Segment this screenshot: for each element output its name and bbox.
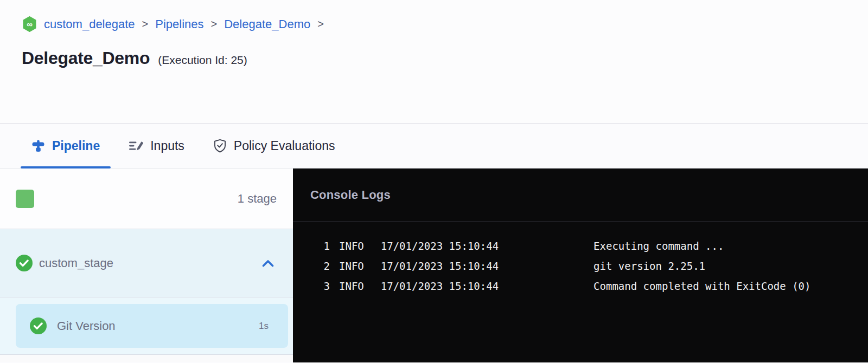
tab-pipeline[interactable]: Pipeline (21, 124, 111, 168)
tab-policy-evaluations-label: Policy Evaluations (234, 139, 335, 153)
project-infinity-hexagon-icon: ∞ (23, 16, 36, 32)
breadcrumb-separator: > (316, 18, 326, 30)
console-logs-header: Console Logs (293, 168, 868, 222)
stage-row-custom-stage[interactable]: custom_stage (0, 229, 293, 297)
log-line-number: 2 (314, 260, 330, 272)
pipeline-icon (31, 139, 45, 153)
breadcrumb-pipelines-link[interactable]: Pipelines (155, 17, 203, 31)
log-timestamp: 17/01/2023 15:10:44 (381, 240, 499, 252)
log-line: 1 INFO 17/01/2023 15:10:44 Executing com… (293, 236, 868, 256)
breadcrumb-pipeline-name-link[interactable]: Delegate_Demo (224, 17, 310, 31)
tab-pipeline-label: Pipeline (52, 139, 100, 153)
console-log-body[interactable]: 1 INFO 17/01/2023 15:10:44 Executing com… (293, 222, 868, 296)
stages-header: 1 stage (0, 168, 293, 229)
log-line-number: 1 (314, 240, 330, 252)
tab-policy-evaluations[interactable]: Policy Evaluations (202, 124, 346, 168)
console-logs-title: Console Logs (310, 188, 391, 202)
log-message: Executing command ... (593, 240, 724, 252)
breadcrumb: ∞ custom_delegate > Pipelines > Delegate… (0, 0, 868, 32)
log-timestamp: 17/01/2023 15:10:44 (381, 260, 499, 272)
success-check-icon (16, 255, 33, 271)
step-name-label: Git Version (57, 319, 259, 333)
execution-main: 1 stage custom_stage (0, 168, 868, 362)
stage-status-square-icon (16, 190, 34, 208)
tab-inputs[interactable]: Inputs (118, 124, 195, 168)
success-check-icon (30, 317, 47, 334)
execution-tab-bar: Pipeline Inputs Policy Evaluations (0, 124, 868, 168)
step-duration-label: 1s (259, 321, 269, 332)
execution-id-label: (Execution Id: 25) (158, 54, 247, 67)
log-line: 3 INFO 17/01/2023 15:10:44 Command compl… (293, 276, 868, 296)
stage-count-label: 1 stage (238, 192, 277, 206)
log-line: 2 INFO 17/01/2023 15:10:44 git version 2… (293, 256, 868, 276)
breadcrumb-separator: > (141, 18, 150, 30)
log-level: INFO (339, 240, 364, 252)
log-timestamp: 17/01/2023 15:10:44 (381, 280, 499, 292)
log-message: Command completed with ExitCode (0) (593, 280, 810, 292)
breadcrumb-project-link[interactable]: custom_delegate (44, 17, 135, 31)
log-line-number: 3 (314, 280, 330, 292)
page-header: ∞ custom_delegate > Pipelines > Delegate… (0, 0, 868, 124)
breadcrumb-separator: > (209, 18, 219, 30)
stage-name-label: custom_stage (39, 256, 262, 270)
page-title: Delegate_Demo (22, 48, 150, 68)
step-row-git-version[interactable]: Git Version 1s (16, 304, 288, 348)
shield-check-icon (213, 139, 227, 153)
stage-panel: 1 stage custom_stage (0, 168, 293, 362)
log-level: INFO (339, 280, 364, 292)
log-level: INFO (339, 260, 364, 272)
steps-list: Git Version 1s (0, 297, 293, 355)
svg-text:∞: ∞ (27, 20, 33, 29)
title-row: Delegate_Demo (Execution Id: 25) (0, 32, 868, 68)
tab-inputs-label: Inputs (150, 139, 184, 153)
log-message: git version 2.25.1 (593, 260, 705, 272)
console-logs-panel: Console Logs 1 INFO 17/01/2023 15:10:44 … (293, 168, 868, 362)
collapse-stage-button[interactable] (262, 259, 274, 268)
inputs-edit-icon (129, 139, 143, 153)
